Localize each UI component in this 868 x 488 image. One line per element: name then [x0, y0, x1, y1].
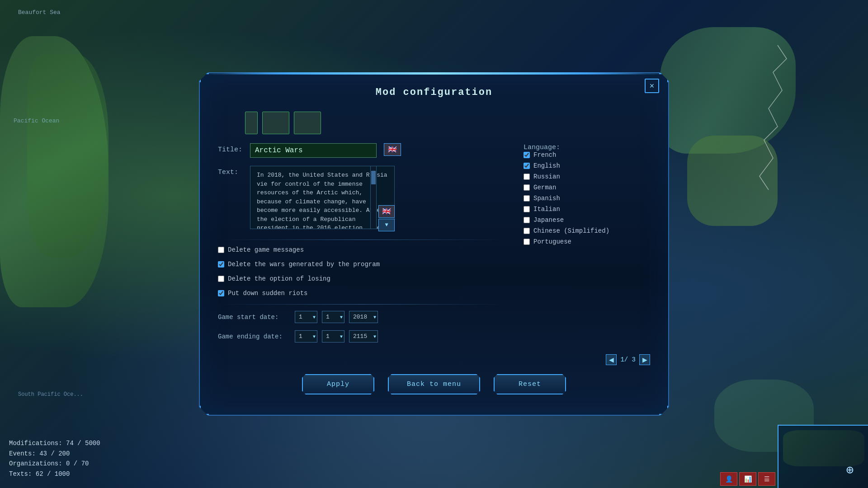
- right-column: Language: French English Russian: [524, 143, 650, 350]
- checkbox-delete-messages[interactable]: Delete game messages: [218, 246, 505, 253]
- pagination: ◀ 1/ 3 ▶: [218, 354, 650, 365]
- lang-item-japanese[interactable]: Japanese: [524, 216, 650, 224]
- checkbox-put-down-riots-input[interactable]: [218, 290, 224, 296]
- modal-dialog: × Mod configuration Title: 🇬🇧 Text:: [199, 72, 669, 416]
- icon-person[interactable]: 👤: [720, 472, 737, 486]
- game-end-date-row: Game ending date: 123 123 210021052110: [218, 330, 505, 343]
- lang-checkbox-italian[interactable]: [524, 206, 530, 212]
- status-modifications: Modifications: 74 / 5000: [9, 438, 100, 448]
- lang-checkbox-german[interactable]: [524, 184, 530, 191]
- checkbox-delete-wars[interactable]: Delete the wars generated by the program: [218, 261, 505, 268]
- modal-title: Mod configuration: [218, 87, 650, 98]
- end-month-wrapper[interactable]: 123: [322, 330, 344, 343]
- lang-label-italian: Italian: [533, 206, 560, 213]
- language-label: Language:: [524, 144, 560, 151]
- lang-label-german: German: [533, 184, 556, 191]
- lang-label-russian: Russian: [533, 173, 560, 180]
- title-label: Title:: [218, 146, 243, 154]
- checkbox-put-down-riots-label: Put down sudden riots: [228, 290, 307, 297]
- checkbox-delete-wars-input[interactable]: [218, 261, 224, 267]
- modal-top-strip: [200, 72, 668, 74]
- status-bar: Modifications: 74 / 5000 Events: 43 / 20…: [9, 438, 100, 479]
- lang-label-spanish: Spanish: [533, 195, 560, 202]
- status-events: Events: 43 / 200: [9, 449, 100, 459]
- text-label: Text:: [218, 169, 243, 176]
- checkbox-delete-losing-label: Delete the option of losing: [228, 275, 330, 282]
- flag-button-text[interactable]: 🇬🇧: [378, 205, 395, 218]
- left-column: Title: 🇬🇧 Text: In 2018, the United Stat…: [218, 143, 505, 350]
- checkbox-delete-messages-label: Delete game messages: [228, 246, 304, 253]
- checkbox-delete-wars-label: Delete the wars generated by the program: [228, 261, 380, 268]
- lang-item-spanish[interactable]: Spanish: [524, 195, 650, 202]
- lang-checkbox-chinese[interactable]: [524, 228, 530, 234]
- scrollbar-thumb: [371, 171, 376, 184]
- page-indicator: 1/ 3: [620, 356, 636, 363]
- bottom-buttons: Apply Back to menu Reset: [218, 374, 650, 394]
- lang-checkbox-japanese[interactable]: [524, 217, 530, 223]
- lang-label-chinese: Chinese (Simplified): [533, 227, 609, 235]
- back-to-menu-button[interactable]: Back to menu: [388, 374, 480, 394]
- start-day-select[interactable]: 123: [295, 311, 317, 323]
- start-year-select[interactable]: 20152016201720182019: [349, 311, 378, 323]
- icon-menu[interactable]: ☰: [758, 472, 775, 486]
- checkbox-delete-messages-input[interactable]: [218, 247, 224, 253]
- lang-checkbox-spanish[interactable]: [524, 195, 530, 202]
- thumbnails-row: [218, 112, 650, 134]
- reset-button[interactable]: Reset: [494, 374, 566, 394]
- apply-button[interactable]: Apply: [302, 374, 374, 394]
- lang-checkbox-english[interactable]: [524, 163, 530, 169]
- status-texts: Texts: 62 / 1000: [9, 469, 100, 479]
- icon-chart[interactable]: 📊: [739, 472, 756, 486]
- lang-checkbox-portuguese[interactable]: [524, 239, 530, 245]
- bottom-icons-bar: 👤 📊 ☰: [720, 472, 775, 486]
- title-input[interactable]: [250, 143, 377, 158]
- lang-item-portuguese[interactable]: Portuguese: [524, 238, 650, 245]
- end-day-wrapper[interactable]: 123: [295, 330, 317, 343]
- lang-checkbox-russian[interactable]: [524, 174, 530, 180]
- start-month-wrapper[interactable]: 123: [322, 311, 344, 323]
- status-organizations: Organizations: 0 / 70: [9, 459, 100, 469]
- start-year-wrapper[interactable]: 20152016201720182019: [349, 311, 378, 323]
- divider-2: [218, 304, 505, 305]
- corner-br: [659, 406, 668, 415]
- corner-tr: [659, 73, 668, 82]
- end-month-select[interactable]: 123: [322, 330, 344, 343]
- thumbnail-1[interactable]: [262, 112, 289, 134]
- text-row: Text: In 2018, the United States and Rus…: [218, 166, 505, 231]
- lang-label-french: French: [533, 151, 556, 159]
- scrollbar-vertical[interactable]: [370, 166, 377, 229]
- corner-bl: [200, 406, 209, 415]
- lang-item-italian[interactable]: Italian: [524, 206, 650, 213]
- lang-label-portuguese: Portuguese: [533, 238, 571, 245]
- lang-item-english[interactable]: English: [524, 162, 650, 169]
- game-end-date-label: Game ending date:: [218, 333, 290, 340]
- divider-1: [218, 239, 505, 240]
- lang-item-chinese[interactable]: Chinese (Simplified): [524, 227, 650, 235]
- checkbox-put-down-riots[interactable]: Put down sudden riots: [218, 290, 505, 297]
- next-page-button[interactable]: ▶: [639, 354, 650, 365]
- thumbnail-2[interactable]: [294, 112, 321, 134]
- checkboxes-section: Delete game messages Delete the wars gen…: [218, 246, 505, 297]
- lang-item-german[interactable]: German: [524, 184, 650, 191]
- lang-checkbox-french[interactable]: [524, 152, 530, 158]
- end-year-select[interactable]: 2100210521102115: [349, 330, 378, 343]
- start-day-wrapper[interactable]: 123: [295, 311, 317, 323]
- main-content: Title: 🇬🇧 Text: In 2018, the United Stat…: [218, 143, 650, 350]
- flag-button-title[interactable]: 🇬🇧: [384, 143, 401, 156]
- end-year-wrapper[interactable]: 2100210521102115: [349, 330, 378, 343]
- end-day-select[interactable]: 123: [295, 330, 317, 343]
- lang-item-russian[interactable]: Russian: [524, 173, 650, 180]
- checkbox-delete-losing[interactable]: Delete the option of losing: [218, 275, 505, 282]
- language-list: French English Russian German: [524, 151, 650, 245]
- scroll-down-button[interactable]: ▼: [378, 219, 395, 231]
- game-start-date-label: Game start date:: [218, 314, 290, 321]
- game-start-date-row: Game start date: 123 123 2015201620172: [218, 311, 505, 323]
- lang-label-japanese: Japanese: [533, 216, 564, 224]
- text-area-container: In 2018, the United States and Russia vi…: [250, 166, 395, 231]
- start-month-select[interactable]: 123: [322, 311, 344, 323]
- lang-item-french[interactable]: French: [524, 151, 650, 159]
- prev-page-button[interactable]: ◀: [606, 354, 617, 365]
- lang-label-english: English: [533, 162, 560, 169]
- close-button[interactable]: ×: [645, 79, 659, 93]
- checkbox-delete-losing-input[interactable]: [218, 276, 224, 282]
